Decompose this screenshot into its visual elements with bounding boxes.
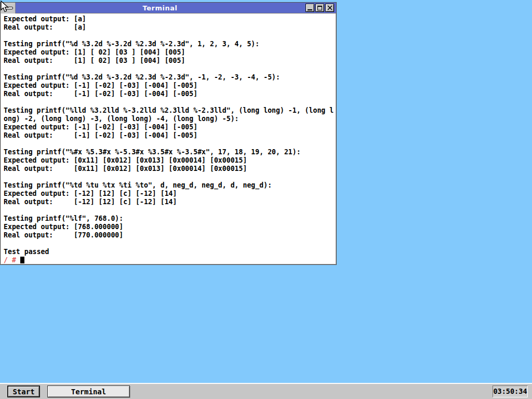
- close-icon: [327, 5, 332, 10]
- taskbar-clock: 03:50:34: [493, 385, 528, 397]
- terminal-line: [4, 173, 335, 181]
- terminal-line: Expected output: [-12] [12] [c] [-12] [1…: [4, 190, 335, 198]
- terminal-line: Test passed: [4, 248, 335, 256]
- terminal-line: Testing printf("%lld %3.2lld %-3.2lld %2…: [4, 107, 335, 115]
- terminal-output[interactable]: Expected output: [a]Real output: [a] Tes…: [2, 14, 335, 263]
- terminal-line: Real output: [770.000000]: [4, 231, 335, 240]
- window-menu-button[interactable]: [1, 3, 16, 14]
- terminal-line: Testing printf("%d %3.2d %-3.2d %2.3d %-…: [4, 40, 335, 48]
- terminal-line: Testing printf("%d %3.2d %-3.2d %2.3d %-…: [4, 73, 335, 82]
- terminal-line: [4, 240, 335, 248]
- terminal-line: Testing printf("%#x %5.3#x %-5.3#x %3.5#…: [4, 148, 335, 156]
- maximize-button[interactable]: [315, 4, 324, 12]
- terminal-line: Real output: [a]: [4, 23, 335, 32]
- terminal-line: [4, 206, 335, 215]
- dash-icon: [3, 7, 13, 9]
- prompt-line: / #: [4, 256, 335, 263]
- terminal-line: [4, 98, 335, 107]
- terminal-line: Real output: [0x11] [0x012] [0x013] [0x0…: [4, 165, 335, 173]
- terminal-line: Expected output: [1] [ 02] [03 ] [004] […: [4, 48, 335, 57]
- terminal-line: Expected output: [0x11] [0x012] [0x013] …: [4, 156, 335, 165]
- text-cursor: [20, 257, 24, 264]
- terminal-line: Real output: [-1] [-02] [-03] [-004] [-0…: [4, 90, 335, 98]
- shell-prompt: / #: [4, 256, 16, 263]
- terminal-line: Real output: [1] [ 02] [03 ] [004] [005]: [4, 57, 335, 65]
- minimize-icon: [308, 9, 312, 10]
- terminal-line: Real output: [-12] [12] [c] [-12] [14]: [4, 198, 335, 206]
- window-controls: [304, 4, 336, 12]
- taskbar-item-terminal[interactable]: Terminal: [47, 385, 130, 397]
- close-button[interactable]: [325, 4, 334, 12]
- terminal-line: Testing printf("%lf", 768.0):: [4, 215, 335, 223]
- terminal-line: ong) -2, (long long) -3, (long long) -4,…: [4, 115, 335, 123]
- terminal-line: [4, 32, 335, 40]
- terminal-line: Expected output: [-1] [-02] [-03] [-004]…: [4, 82, 335, 90]
- terminal-line: Testing printf("%td %tu %tx %ti %to", d,…: [4, 181, 335, 190]
- terminal-line: Expected output: [-1] [-02] [-03] [-004]…: [4, 123, 335, 131]
- start-button[interactable]: Start: [7, 385, 40, 397]
- terminal-line: Real output: [-1] [-02] [-03] [-004] [-0…: [4, 131, 335, 140]
- terminal-line: [4, 65, 335, 73]
- terminal-line: [4, 140, 335, 148]
- terminal-titlebar[interactable]: Terminal: [1, 3, 336, 14]
- terminal-line: Expected output: [768.000000]: [4, 223, 335, 231]
- terminal-window: Terminal Expected output: [a]Real output…: [0, 2, 337, 265]
- minimize-button[interactable]: [305, 4, 314, 12]
- maximize-icon: [317, 6, 322, 10]
- window-title: Terminal: [16, 3, 304, 14]
- terminal-lines: Expected output: [a]Real output: [a] Tes…: [4, 15, 335, 256]
- terminal-line: Expected output: [a]: [4, 15, 335, 23]
- taskbar: Start Terminal 03:50:34: [0, 383, 532, 399]
